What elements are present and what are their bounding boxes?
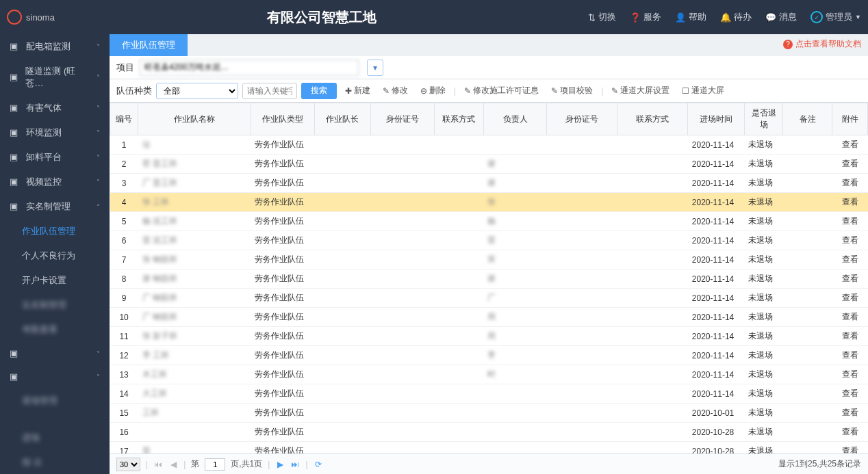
table-row[interactable]: 4张 工班劳务作业队伍张2020-11-14未退场查看 [110,193,868,212]
cell: 未退场 [744,174,783,193]
pencil-icon: ✎ [611,86,618,96]
screen-set-button[interactable]: ✎通道大屏设置 [607,85,674,96]
sidebar-item[interactable]: ▣˅ [0,342,110,365]
table-row[interactable]: 16劳务作业队伍2020-10-28未退场查看 [110,423,868,442]
cell: 2020-11-14 [688,327,744,346]
sidebar-item[interactable]: 进场 [0,425,110,450]
cell: 劳务作业队伍 [251,327,314,346]
table-row[interactable]: 3厂 普工班劳务作业队伍谢2020-11-14未退场查看 [110,174,868,193]
view-link[interactable]: 查看 [842,254,858,264]
todo-button[interactable]: 🔔待办 [720,11,752,23]
sidebar-item[interactable]: ▣配电箱监测˅ [0,34,110,59]
view-link[interactable]: 查看 [842,178,858,187]
message-button[interactable]: 💬消息 [765,11,797,23]
view-link[interactable]: 查看 [842,389,858,398]
help-button[interactable]: 👤帮助 [675,11,706,23]
view-link[interactable]: 查看 [842,369,858,379]
brand-text: sinoma [26,12,55,23]
cell: 杨 泥工班 [138,212,251,231]
sidebar-item[interactable]: ▣卸料平台˅ [0,145,110,170]
switch-button[interactable]: ⇅切换 [588,11,616,23]
table-wrap[interactable]: 编号 作业队名称 作业队类型 作业队长 身份证号 联系方式 负责人 身份证号 联… [110,103,868,453]
table-row[interactable]: 7张 钢筋班劳务作业队伍宋2020-11-14未退场查看 [110,250,868,269]
verify-button[interactable]: ✎项目校验 [547,85,597,96]
sidebar-item[interactable]: 作业队伍管理 [0,219,110,243]
view-link[interactable]: 查看 [842,427,858,436]
page-size-select[interactable]: 30 [116,458,140,471]
chevron-down-icon: ˅ [97,154,100,161]
prev-page-button[interactable]: ◀ [168,460,178,469]
cell: 厂 普工班 [138,174,251,193]
view-link[interactable]: 查看 [842,216,858,226]
cell: 6 [110,231,138,250]
view-link[interactable]: 查看 [842,350,858,360]
table-row[interactable]: 6雷 泥工班劳务作业队伍雷2020-11-14未退场查看 [110,231,868,250]
table-row[interactable]: 15 工班劳务作业队伍2020-10-01未退场查看 [110,404,868,423]
view-link[interactable]: 查看 [842,408,858,417]
edit-button[interactable]: ✎修改 [379,85,412,96]
search-input[interactable] [242,83,297,99]
table-row[interactable]: 2窑 普工班劳务作业队伍谢2020-11-14未退场查看 [110,155,868,174]
cell [783,212,832,231]
sidebar-item[interactable]: ▣隧道监测 (旺苍…˅ [0,59,110,96]
refresh-button[interactable]: ⟳ [314,460,323,469]
cell: 未退场 [744,423,783,442]
view-link[interactable]: 查看 [842,312,858,321]
new-button[interactable]: ✚新建 [341,85,374,96]
cell: 未退场 [744,404,783,423]
project-dropdown-button[interactable]: ▾ [367,60,383,76]
table-row[interactable]: 10厂 钢筋班劳务作业队伍周2020-11-14未退场查看 [110,308,868,327]
sidebar-item[interactable]: 考勤查看 [0,317,110,342]
sidebar-item[interactable]: ▣有害气体˅ [0,96,110,120]
cell [370,384,434,404]
admin-menu[interactable]: ✓ 管理员 ▼ [810,11,861,23]
table-row[interactable]: 13 木工班劳务作业队伍时2020-11-14未退场查看 [110,365,868,384]
sidebar-item[interactable]: 开户卡设置 [0,268,110,293]
sidebar-item[interactable]: ▣视频监控˅ [0,170,110,194]
last-page-button[interactable]: ⏭ [290,460,300,469]
sidebar-item[interactable]: ▣˅ [0,365,110,389]
table-row[interactable]: 8谢 钢筋班劳务作业队伍谢2020-11-14未退场查看 [110,269,868,289]
table-row[interactable]: 1址劳务作业队伍2020-11-14未退场查看 [110,135,868,155]
next-page-button[interactable]: ▶ [275,460,285,469]
cell [617,423,688,442]
service-button[interactable]: ❓服务 [630,11,661,23]
help-doc-link[interactable]: ? 点击查看帮助文档 [783,38,861,50]
view-link[interactable]: 查看 [842,274,858,283]
sidebar-item[interactable]: ▣实名制管理˄ [0,194,110,219]
type-select[interactable]: 全部 [156,83,238,99]
cell [314,423,370,442]
cell: 劳务作业队伍 [251,174,314,193]
view-link[interactable]: 查看 [842,235,858,245]
cell: 2020-11-14 [688,365,744,384]
delete-button[interactable]: ⊖删除 [416,85,450,96]
permit-button[interactable]: ✎修改施工许可证息 [460,85,543,96]
view-link[interactable]: 查看 [842,446,858,453]
th-contact2: 联系方式 [617,103,688,135]
table-row[interactable]: 12李 工班劳务作业队伍李2020-11-14未退场查看 [110,346,868,365]
page-input[interactable] [205,458,225,471]
view-link[interactable]: 查看 [842,159,858,168]
sidebar-item[interactable]: ▣环境监测˅ [0,120,110,145]
sidebar-item[interactable] [0,413,110,425]
search-button[interactable]: 搜索 [301,83,337,99]
sidebar-item[interactable]: 实名制管理 [0,293,110,317]
project-input[interactable] [140,60,359,76]
table-row[interactable]: 17普劳务作业队伍2020-10-28未退场查看 [110,442,868,454]
view-link[interactable]: 查看 [842,197,858,207]
tab-active[interactable]: 作业队伍管理 [110,34,188,56]
cell [783,384,832,404]
view-link[interactable]: 查看 [842,331,858,341]
sidebar-item[interactable]: 报 出 [0,450,110,474]
view-link[interactable]: 查看 [842,140,858,149]
table-row[interactable]: 11张 架子班劳务作业队伍周2020-11-14未退场查看 [110,327,868,346]
sidebar-item[interactable]: 个人不良行为 [0,243,110,268]
table-row[interactable]: 5杨 泥工班劳务作业队伍杨2020-11-14未退场查看 [110,212,868,231]
table-row[interactable]: 14 大工班劳务作业队伍2020-11-14未退场查看 [110,384,868,404]
view-link[interactable]: 查看 [842,293,858,302]
first-page-button[interactable]: ⏮ [153,460,163,469]
table-row[interactable]: 9厂 钢筋班劳务作业队伍厂2020-11-14未退场查看 [110,289,868,308]
sidebar-item[interactable]: 退场管理 [0,389,110,413]
cell [314,155,370,174]
screen-button[interactable]: ☐通道大屏 [678,85,728,96]
